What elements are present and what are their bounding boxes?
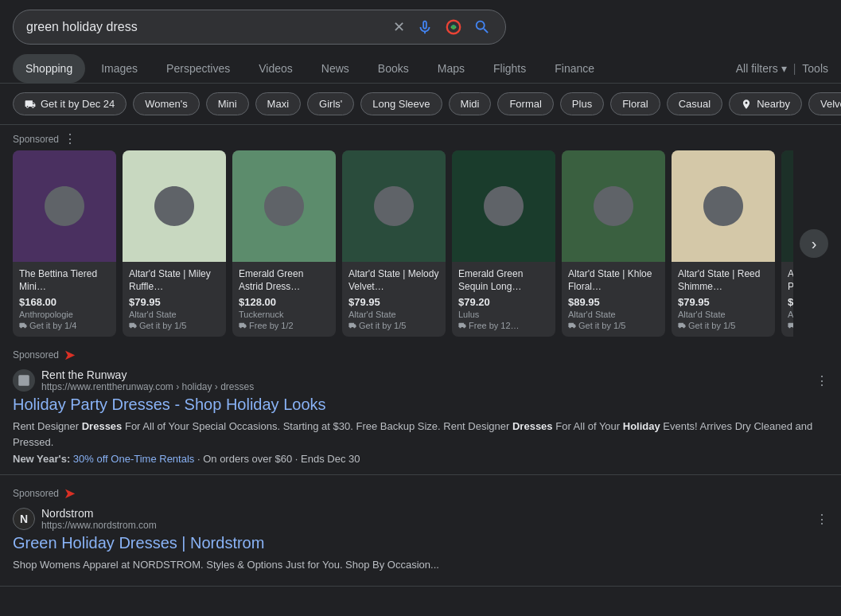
product-card-info-5: Altar'd State | Khloe Floral… $89.95 Alt…	[562, 262, 665, 337]
product-card-4[interactable]: Emerald Green Sequin Long… $79.20 Lulus …	[452, 150, 555, 337]
product-card-delivery-2: Free by 1/2	[239, 321, 329, 330]
tab-flights[interactable]: Flights	[481, 54, 539, 83]
filter-chip-nearby[interactable]: Nearby	[729, 92, 802, 115]
product-card-delivery-6: Get it by 1/5	[678, 321, 769, 330]
favicon-rent-runway	[13, 369, 35, 392]
ad-result-rent-runway: Sponsored ➤ Rent the Runway https://www.…	[0, 337, 841, 475]
product-card-info-0: The Bettina Tiered Mini… $168.00 Anthrop…	[13, 262, 116, 337]
filter-chip-delivery[interactable]: Get it by Dec 24	[13, 92, 127, 115]
search-box: ✕	[13, 10, 506, 45]
product-card-6[interactable]: Altar'd State | Reed Shimme… $79.95 Alta…	[672, 150, 775, 337]
tools-button[interactable]: Tools	[802, 62, 828, 75]
delivery-icon-0	[19, 322, 27, 329]
product-card-1[interactable]: Altar'd State | Miley Ruffle… $79.95 Alt…	[123, 150, 226, 337]
ad-title-1[interactable]: Holiday Party Dresses - Shop Holiday Loo…	[13, 396, 828, 414]
tab-books[interactable]: Books	[365, 54, 422, 83]
product-card-7[interactable]: Altar'd State | Paityn… $79.95 Altar'd S…	[781, 150, 793, 337]
ad-promo-link-1[interactable]: 30% off One-Time Rentals	[73, 453, 194, 465]
product-card-title-7: Altar'd State | Paityn…	[788, 268, 793, 293]
tab-news[interactable]: News	[309, 54, 362, 83]
tab-videos[interactable]: Videos	[246, 54, 306, 83]
product-card-delivery-7: Get it by 1/5	[788, 321, 793, 330]
product-card-price-3: $79.95	[348, 296, 439, 308]
product-card-store-4: Lulus	[458, 310, 549, 319]
arrow-icon-2: ➤	[64, 485, 76, 502]
tab-images[interactable]: Images	[88, 54, 150, 83]
all-filters-button[interactable]: All filters ▾	[736, 62, 787, 75]
filter-chip-long-sleeve[interactable]: Long Sleeve	[360, 92, 442, 115]
product-image-6	[672, 150, 775, 262]
product-image-0	[13, 150, 116, 262]
filter-chip-mini[interactable]: Mini	[206, 92, 249, 115]
location-icon	[741, 99, 752, 110]
ad-site-url-1: https://www.renttherunway.com › holiday …	[41, 381, 809, 392]
ad-site-row-2: N Nordstrom https://www.nordstrom.com ⋮	[13, 507, 828, 531]
product-card-0[interactable]: The Bettina Tiered Mini… $168.00 Anthrop…	[13, 150, 116, 337]
product-card-3[interactable]: Altar'd State | Melody Velvet… $79.95 Al…	[342, 150, 446, 337]
ad-description-2: Shop Womens Apparel at NORDSTROM. Styles…	[13, 557, 828, 573]
favicon-nordstrom: N	[13, 508, 35, 530]
tab-perspectives[interactable]: Perspectives	[154, 54, 243, 83]
delivery-icon-7	[788, 322, 793, 329]
product-card-title-2: Emerald Green Astrid Dress…	[239, 268, 329, 293]
ad-description-1: Rent Designer Dresses For All of Your Sp…	[13, 419, 828, 450]
ad-site-url-2: https://www.nordstrom.com	[41, 520, 809, 531]
product-image-2	[232, 150, 336, 262]
product-card-store-3: Altar'd State	[348, 310, 439, 319]
products-carousel: The Bettina Tiered Mini… $168.00 Anthrop…	[13, 150, 793, 337]
carousel-next-button[interactable]: ›	[800, 229, 828, 258]
tab-finance[interactable]: Finance	[542, 54, 607, 83]
delivery-icon-4	[458, 322, 466, 329]
ad-title-2[interactable]: Green Holiday Dresses | Nordstrom	[13, 534, 828, 552]
filter-chip-maxi[interactable]: Maxi	[255, 92, 301, 115]
product-card-delivery-0: Get it by 1/4	[19, 321, 110, 330]
product-card-info-6: Altar'd State | Reed Shimme… $79.95 Alta…	[672, 262, 775, 337]
product-card-store-7: Altar'd State	[788, 310, 793, 319]
product-card-store-2: Tuckernuck	[239, 310, 329, 319]
product-card-store-5: Altar'd State	[568, 310, 659, 319]
clear-icon[interactable]: ✕	[391, 17, 407, 37]
sponsored-header: Sponsored ⋮	[0, 125, 841, 150]
product-card-price-1: $79.95	[129, 296, 220, 308]
products-carousel-wrapper: The Bettina Tiered Mini… $168.00 Anthrop…	[0, 150, 841, 337]
tab-shopping[interactable]: Shopping	[13, 54, 85, 83]
microphone-icon[interactable]	[415, 17, 435, 37]
product-card-info-4: Emerald Green Sequin Long… $79.20 Lulus …	[452, 262, 555, 337]
search-submit-icon[interactable]	[472, 17, 493, 37]
product-card-info-3: Altar'd State | Melody Velvet… $79.95 Al…	[342, 262, 446, 337]
filter-chip-floral[interactable]: Floral	[610, 92, 660, 115]
search-input[interactable]	[26, 20, 384, 34]
product-image-5	[562, 150, 665, 262]
ad-site-row-1: Rent the Runway https://www.renttherunwa…	[13, 368, 828, 392]
delivery-icon-3	[348, 322, 356, 329]
filter-chip-plus[interactable]: Plus	[560, 92, 604, 115]
ad-options-button-2[interactable]: ⋮	[816, 512, 828, 527]
product-card-price-2: $128.00	[239, 296, 329, 308]
product-card-store-1: Altar'd State	[129, 310, 220, 319]
product-card-info-2: Emerald Green Astrid Dress… $128.00 Tuck…	[232, 262, 336, 337]
product-card-title-5: Altar'd State | Khloe Floral…	[568, 268, 659, 293]
delivery-icon-5	[568, 322, 576, 329]
tab-maps[interactable]: Maps	[425, 54, 477, 83]
sponsored-label-row-2: Sponsored ➤	[13, 485, 828, 502]
filter-chip-velvet[interactable]: Velvet	[808, 92, 841, 115]
filter-chip-midi[interactable]: Midi	[449, 92, 492, 115]
product-card-delivery-1: Get it by 1/5	[129, 321, 220, 330]
ad-site-info-1: Rent the Runway https://www.renttherunwa…	[41, 368, 809, 392]
svg-rect-2	[18, 375, 29, 386]
chevron-down-icon: ▾	[781, 62, 787, 75]
sponsored-options-button[interactable]: ⋮	[64, 133, 76, 146]
product-card-price-6: $79.95	[678, 296, 769, 308]
product-image-1	[123, 150, 226, 262]
product-card-5[interactable]: Altar'd State | Khloe Floral… $89.95 Alt…	[562, 150, 665, 337]
filter-chip-casual[interactable]: Casual	[667, 92, 722, 115]
filter-chip-womens[interactable]: Women's	[133, 92, 200, 115]
ad-options-button-1[interactable]: ⋮	[816, 373, 828, 388]
product-card-2[interactable]: Emerald Green Astrid Dress… $128.00 Tuck…	[232, 150, 336, 337]
filter-chip-girls[interactable]: Girls'	[307, 92, 354, 115]
lens-icon[interactable]	[443, 17, 464, 37]
product-card-price-0: $168.00	[19, 296, 110, 308]
sponsored-text-1: Sponsored	[13, 349, 59, 361]
sponsored-text-2: Sponsored	[13, 488, 59, 499]
filter-chip-formal[interactable]: Formal	[497, 92, 553, 115]
